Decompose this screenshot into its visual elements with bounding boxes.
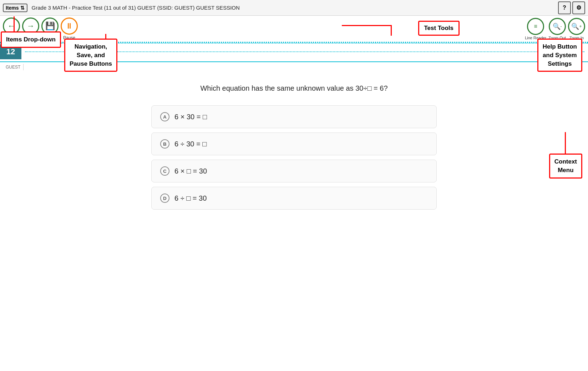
settings-button[interactable]: ⚙ <box>572 1 585 14</box>
option-d[interactable]: D 6 ÷ □ = 30 <box>151 187 437 210</box>
annotation-test-tools: Test Tools <box>418 21 460 36</box>
zoom-out-button[interactable]: 🔍- Zoom Out <box>548 18 566 40</box>
items-dropdown[interactable]: Items ⇅ <box>3 4 27 12</box>
annotation-items-dropdown: Items Drop-down <box>1 31 61 48</box>
option-b-circle: B <box>160 139 169 149</box>
right-tools: ≡ Line Reader 🔍- Zoom Out 🔍+ Zoom In <box>525 18 585 40</box>
question-prompt: Which equation has the same unknown valu… <box>0 71 588 101</box>
option-d-text: 6 ÷ □ = 30 <box>174 194 207 202</box>
arrow-items <box>14 16 15 32</box>
option-b-text: 6 ÷ 30 = □ <box>174 140 207 148</box>
option-c-circle: C <box>160 166 169 176</box>
option-d-circle: D <box>160 194 169 203</box>
top-bar: Items ⇅ Grade 3 MATH - Practice Test (11… <box>0 0 588 16</box>
top-title: Grade 3 MATH - Practice Test (11 out of … <box>32 5 558 11</box>
answer-options: A 6 × 30 = □ B 6 ÷ 30 = □ C 6 × □ = 30 D… <box>0 105 588 210</box>
items-label: Items <box>6 5 19 11</box>
pause-button[interactable]: ⏸ Pause <box>61 17 78 40</box>
option-a-text: 6 × 30 = □ <box>174 113 207 121</box>
annotation-navigation: Navigation,Save, andPause Buttons <box>64 39 117 72</box>
annotation-help-button: Help Buttonand SystemSettings <box>537 39 582 72</box>
option-c[interactable]: C 6 × □ = 30 <box>151 160 437 182</box>
option-b[interactable]: B 6 ÷ 30 = □ <box>151 132 437 155</box>
top-right-icons: ? ⚙ <box>558 1 585 14</box>
line-reader-button[interactable]: ≡ Line Reader <box>525 18 546 40</box>
help-button[interactable]: ? <box>558 1 571 14</box>
items-arrow: ⇅ <box>20 5 25 11</box>
arrow-context-v <box>565 132 566 154</box>
arrow-testtools-v <box>391 25 392 36</box>
annotation-context-menu: ContextMenu <box>549 154 582 179</box>
arrow-testtools-h <box>342 25 392 26</box>
guest-label: GUEST <box>3 64 24 70</box>
zoom-in-button[interactable]: 🔍+ Zoom In <box>568 18 585 40</box>
option-c-text: 6 × □ = 30 <box>174 167 207 175</box>
option-a[interactable]: A 6 × 30 = □ <box>151 105 437 128</box>
option-a-circle: A <box>160 112 169 121</box>
